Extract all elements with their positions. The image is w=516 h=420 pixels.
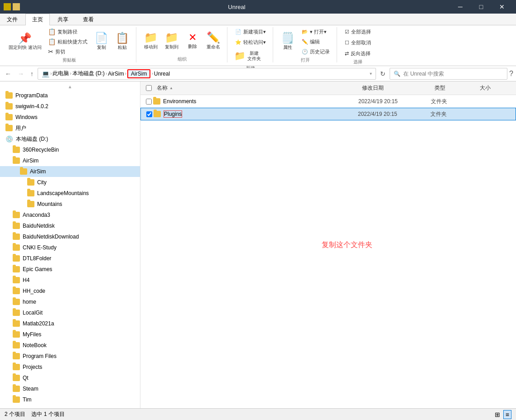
sidebar-item-myfiles[interactable]: MyFiles bbox=[0, 329, 140, 340]
search-box[interactable]: 🔍 bbox=[390, 68, 507, 80]
checkbox-environments[interactable] bbox=[144, 97, 153, 106]
sidebar-item-airsim[interactable]: AirSim bbox=[0, 166, 140, 177]
select-all-button[interactable]: ☑ 全部选择 bbox=[342, 27, 374, 36]
sidebar-item-mountains[interactable]: Mountains bbox=[0, 199, 140, 210]
sidebar-item-users[interactable]: 用户 bbox=[0, 123, 140, 134]
tab-file[interactable]: 文件 bbox=[0, 14, 24, 25]
path-airsim2[interactable]: AirSim bbox=[127, 69, 150, 78]
sidebar-item-drive-d[interactable]: 💿 本地磁盘 (D:) bbox=[0, 134, 140, 144]
header-type[interactable]: 类型 bbox=[431, 83, 476, 93]
sidebar-item-windows[interactable]: Windows bbox=[0, 112, 140, 123]
sidebar-item-hhcode[interactable]: HH_code bbox=[0, 286, 140, 296]
path-drive[interactable]: 本地磁盘 (D:) bbox=[72, 70, 105, 77]
paste-shortcut-button[interactable]: 📋 粘贴快捷方式 bbox=[45, 37, 91, 46]
open-group: 🗒️ 属性 📂 ▾ 打开▾ ✏️ 编辑 🕐 历史记录 打开 bbox=[274, 27, 337, 62]
move-to-button[interactable]: 📁 移动到 bbox=[141, 28, 161, 54]
copy-to-icon: 📁 bbox=[165, 32, 178, 43]
sidebar-label-projects: Projects bbox=[23, 364, 42, 370]
sidebar-item-epic[interactable]: Epic Games bbox=[0, 264, 140, 275]
sidebar-item-baidunetdisk[interactable]: BaiduNetdisk bbox=[0, 220, 140, 231]
minimize-button[interactable]: ─ bbox=[450, 0, 471, 14]
move-icon: 📁 bbox=[144, 32, 158, 43]
tab-view[interactable]: 查看 bbox=[76, 14, 101, 25]
sidebar-item-swigwin[interactable]: swigwin-4.0.2 bbox=[0, 101, 140, 112]
copy-to-button[interactable]: 📁 复制到 bbox=[162, 28, 182, 54]
folder-icon bbox=[5, 125, 13, 131]
delete-button[interactable]: ✕ 删除 bbox=[183, 28, 203, 54]
select-none-button[interactable]: ☐ 全部取消 bbox=[342, 38, 374, 47]
cut-button[interactable]: ✂ 剪切 bbox=[45, 47, 91, 56]
sidebar-item-landscape[interactable]: LandscapeMountains bbox=[0, 188, 140, 199]
close-button[interactable]: ✕ bbox=[492, 0, 512, 14]
file-row-environments[interactable]: Environments 2022/4/19 20:15 文件夹 bbox=[140, 95, 516, 108]
up-button[interactable]: ↑ bbox=[28, 69, 36, 78]
header-type-label: 类型 bbox=[434, 84, 445, 92]
content-area: 名称 ▲ 修改日期 类型 大小 Environments 2022/4/19 2… bbox=[140, 81, 516, 408]
sidebar-label-cnki: CNKI E-Study bbox=[23, 244, 57, 251]
copy-button[interactable]: 📄 复制 bbox=[92, 29, 111, 55]
file-name-plugins: Plugins bbox=[154, 110, 358, 118]
tab-home[interactable]: 主页 bbox=[25, 14, 50, 25]
paste-button[interactable]: 📋 粘贴 bbox=[112, 29, 132, 55]
sidebar-item-tim[interactable]: Tim bbox=[0, 394, 140, 405]
history-label: 历史记录 bbox=[310, 48, 330, 55]
header-name[interactable]: 名称 ▲ bbox=[153, 83, 358, 93]
address-path[interactable]: 💻 › 此电脑 › 本地磁盘 (D:) › AirSim › AirSim › … bbox=[38, 68, 376, 80]
sidebar-item-localgit[interactable]: LocalGit bbox=[0, 307, 140, 318]
sidebar-label-drive-d: 本地磁盘 (D:) bbox=[16, 135, 48, 143]
sidebar-item-qt[interactable]: Qt bbox=[0, 372, 140, 383]
sidebar-item-baidudownload[interactable]: BaiduNetdiskDownload bbox=[0, 231, 140, 242]
easy-access-button[interactable]: ⭐ 轻松访问▾ bbox=[232, 38, 269, 47]
path-airsim[interactable]: AirSim bbox=[108, 71, 124, 77]
sidebar-item-city[interactable]: City bbox=[0, 177, 140, 188]
sidebar-item-anaconda[interactable]: Anaconda3 bbox=[0, 210, 140, 220]
header-date[interactable]: 修改日期 bbox=[358, 83, 431, 93]
new-folder-button[interactable]: 📁 新建文件夹 bbox=[232, 48, 263, 64]
select-all-checkbox[interactable] bbox=[146, 85, 152, 91]
path-unreal[interactable]: Unreal bbox=[154, 71, 170, 77]
maximize-button[interactable]: □ bbox=[471, 0, 492, 14]
folder-icon-plugins bbox=[154, 111, 161, 117]
tab-share[interactable]: 共享 bbox=[51, 14, 75, 25]
sidebar-item-h4[interactable]: H4 bbox=[0, 275, 140, 286]
forward-button[interactable]: → bbox=[15, 69, 26, 78]
header-size[interactable]: 大小 bbox=[476, 83, 512, 93]
help-button[interactable]: ? bbox=[509, 70, 513, 78]
grid-view-button[interactable]: ⊞ bbox=[492, 410, 502, 419]
sidebar-item-programfiles[interactable]: Program Files bbox=[0, 351, 140, 362]
edit-button[interactable]: ✏️ 编辑 bbox=[299, 37, 333, 46]
file-row-plugins[interactable]: Plugins 2022/4/19 20:15 文件夹 bbox=[140, 108, 516, 120]
paste-shortcut-label: 粘贴快捷方式 bbox=[58, 38, 87, 45]
sidebar-item-home[interactable]: home bbox=[0, 296, 140, 307]
sidebar-item-dtl8[interactable]: DTL8Folder bbox=[0, 253, 140, 264]
open-button[interactable]: 📂 ▾ 打开▾ bbox=[299, 27, 333, 36]
sidebar-item-steam[interactable]: Steam bbox=[0, 383, 140, 394]
new-item-button[interactable]: 📄 新建项目▾ bbox=[232, 27, 269, 36]
check-plugins[interactable] bbox=[146, 111, 152, 117]
properties-button[interactable]: 🗒️ 属性 bbox=[278, 29, 298, 55]
path-computer[interactable]: 此电脑 bbox=[53, 70, 69, 77]
sidebar-item-cnki[interactable]: CNKI E-Study bbox=[0, 242, 140, 253]
invert-select-button[interactable]: ⇄ 反向选择 bbox=[342, 49, 374, 58]
sidebar-item-360[interactable]: 360RecycleBin bbox=[0, 144, 140, 155]
sidebar-item-projects[interactable]: Projects bbox=[0, 362, 140, 372]
rename-button[interactable]: ✏️ 重命名 bbox=[203, 28, 223, 54]
search-input[interactable] bbox=[403, 71, 503, 77]
folder-icon bbox=[13, 147, 20, 153]
sidebar-item-airsim-parent[interactable]: AirSim bbox=[0, 155, 140, 166]
history-button[interactable]: 🕐 历史记录 bbox=[299, 47, 333, 56]
header-checkbox[interactable] bbox=[144, 84, 153, 93]
back-button[interactable]: ← bbox=[3, 69, 14, 78]
ribbon-tabs: 文件 主页 共享 查看 bbox=[0, 14, 516, 25]
sidebar-item-matlab[interactable]: Matlab2021a bbox=[0, 318, 140, 329]
copy-path-button[interactable]: 📋 复制路径 bbox=[45, 27, 91, 36]
folder-icon bbox=[13, 266, 20, 272]
check-environments[interactable] bbox=[146, 99, 152, 105]
sidebar-item-programdata[interactable]: ProgramData bbox=[0, 90, 140, 101]
pin-to-quickaccess-button[interactable]: 📌 固定到快 速访问 bbox=[6, 29, 44, 55]
checkbox-plugins[interactable] bbox=[145, 110, 154, 119]
refresh-button[interactable]: ↻ bbox=[378, 69, 388, 78]
list-view-button[interactable]: ≡ bbox=[503, 410, 511, 419]
file-name-environments: Environments bbox=[153, 98, 358, 105]
sidebar-item-notebook[interactable]: NoteBook bbox=[0, 340, 140, 351]
